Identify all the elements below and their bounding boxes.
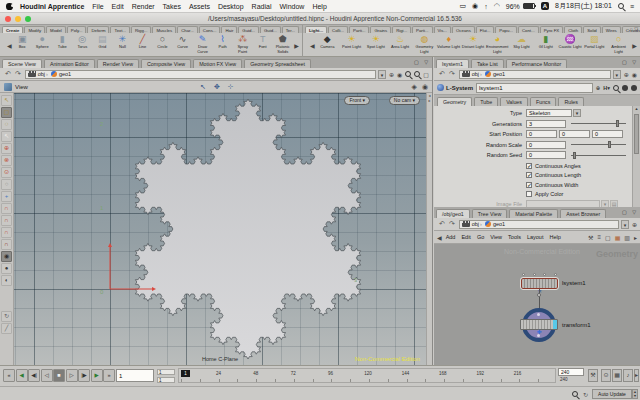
list-view-icon[interactable]: ≡ [597,234,601,240]
shelf-tool-box[interactable]: ▣Box [13,34,32,57]
shelf-tab-char[interactable]: Char... [177,26,198,33]
shelf-tab-solid[interactable]: Solid [583,26,601,33]
status-search-icon[interactable] [572,391,578,397]
shelf-tab-hair[interactable]: Hair [221,26,237,33]
menu-assets[interactable]: Assets [189,3,210,10]
shelf-tool-grid[interactable]: ▤Grid [93,34,112,57]
node-name-field[interactable]: lsystem1 [476,83,593,93]
shelf-tab-muscles[interactable]: Muscles [152,26,176,33]
param-slider-random-seed[interactable] [571,155,626,156]
snap-multi-icon[interactable]: ⊗ [1,155,12,166]
shelf-tab-colli[interactable]: Colli... [328,26,348,33]
path-node[interactable]: geo1 [493,71,505,77]
shelf-scroll-right-icon[interactable]: ▶ [632,42,637,49]
wifi-icon[interactable]: ◠ [494,2,500,10]
slider-handle[interactable] [573,152,576,159]
new-tab-icon[interactable]: ▢ [605,234,611,241]
shelf-tool-curve[interactable]: ∿Curve [173,34,192,57]
display-options-icon[interactable]: ◉ [422,83,428,91]
magnet-4-icon[interactable]: ∩ [1,239,12,250]
shelf-tab-cloth[interactable]: Cloth [564,26,582,33]
pin-icon[interactable]: ⊕ [632,221,637,228]
pane-tab-animation-editor[interactable]: Animation Editor [44,59,95,68]
menu-file[interactable]: File [92,3,103,10]
shelf-tab-vis[interactable]: Vis... [434,26,451,33]
forward-icon[interactable]: ↷ [449,70,455,78]
menu-edit[interactable]: Edit [112,3,124,10]
shelf-tab-parti[interactable]: Parti... [349,26,369,33]
upload-icon[interactable]: ↑ [484,3,488,10]
network-menu-tools[interactable]: Tools [508,234,521,240]
checkbox-continuous-length[interactable]: ✓ [526,172,532,178]
menu-desktop[interactable]: Desktop [218,3,244,10]
snap-grid-icon[interactable]: ⊙ [1,167,12,178]
link-icon[interactable]: ◉ [397,71,402,78]
shelf-tool-distant-light[interactable]: ☀Distant Light [461,34,484,57]
shelf-tab-rigi[interactable]: Rigi... [392,26,411,33]
network-menu-help[interactable]: Help [549,234,560,240]
shade-sphere-1-icon[interactable]: ● [1,263,12,274]
path-dropdown-icon[interactable]: ▾ [613,70,621,79]
viewport[interactable]: Front ▾ No cam ▾ 2103 Home C-Plane Non-C… [14,93,426,365]
back-icon[interactable]: ↶ [439,220,445,228]
move-mode-icon[interactable]: ✥ [214,83,220,91]
param-input-random-seed[interactable]: 0 [526,151,566,159]
shelf-scroll-left-icon[interactable]: ◀ [7,42,12,49]
pin-icon[interactable]: ⊕ [389,71,394,78]
menubar-clock[interactable]: 8月18日(土) 18:01 [555,1,612,11]
more-icon[interactable]: ▸ [634,234,637,241]
lsystem-input-connectors[interactable] [522,273,557,276]
pane-tab-scene-view[interactable]: Scene View [2,59,42,68]
misc-tool-2-icon[interactable]: ╱ [1,323,12,334]
pane-corner-icons[interactable]: ▢ ▽ [622,59,638,65]
shelf-tool-torus[interactable]: ◎Torus [73,34,92,57]
shelf-tab-cont[interactable]: Cont... [518,26,539,33]
path-node[interactable]: geo1 [59,71,71,77]
update-mode-spinner[interactable]: ▲▼ [632,389,638,399]
apple-menu-icon[interactable] [6,3,13,10]
pane-corner-icons[interactable]: ▢ ▽ [414,59,430,65]
control-center-icon[interactable]: ≡ [630,3,634,10]
shelf-tab-guid[interactable]: Guid... [238,26,259,33]
pane-maximize-icon[interactable]: ▢ [423,71,429,78]
path-node[interactable]: geo1 [493,221,505,227]
shelf-tool-null[interactable]: ✳Null [113,34,132,57]
shelf-tool-font[interactable]: TFont [253,34,272,57]
path-dropdown-icon[interactable]: ▾ [378,70,386,79]
jump-start-button[interactable]: « [3,369,15,382]
param-input-start-position-0[interactable]: 0 [526,130,557,138]
shelf-tool-camera[interactable]: ◆Camera [316,34,339,57]
misc-tool-1-icon[interactable]: ↻ [1,311,12,322]
link-icon[interactable]: ◉ [632,71,637,78]
path-root[interactable]: obj [38,71,45,77]
shelf-tool-environment-light[interactable]: ◕Environment Light [486,34,509,57]
shelf-tool-ambient-light[interactable]: ○Ambient Light [607,34,630,57]
scene-path-field[interactable]: obj › geo1 [25,70,376,79]
camera-status-icon[interactable]: ◉ [472,2,478,10]
param-search-icon[interactable]: ⊕ [596,85,601,91]
shelf-tab-wires[interactable]: Wires [602,26,621,33]
shelf-tool-area-light[interactable]: ♨Area Light [388,34,411,57]
menu-render[interactable]: Render [132,3,155,10]
input-source-icon[interactable]: A [541,2,549,10]
shelf-tool-spot-light[interactable]: ☀Spot Light [364,34,387,57]
network-path-field[interactable]: obj › geo1 [459,220,619,229]
param-input-start-position-1[interactable]: 0 [559,130,590,138]
pane-tab-material-palette[interactable]: Material Palette [509,209,558,218]
help-icon[interactable] [622,85,628,91]
network-canvas[interactable]: Non-Commercial Edition Geometry ✳ lsyste… [434,244,640,365]
shelf-tool-point-light[interactable]: ☀Point Light [340,34,363,57]
shelf-tool-volume-light[interactable]: ♦Volume Light [437,34,460,57]
playhead[interactable]: 1 [181,370,190,377]
pin-icon[interactable]: ⊕ [624,71,629,78]
close-window-button[interactable] [5,16,11,22]
checkbox-continuous-angles[interactable]: ✓ [526,163,532,169]
path-root[interactable]: obj [472,71,479,77]
camera-select-pill[interactable]: No cam ▾ [389,96,420,105]
stop-button[interactable]: ■ [53,369,65,382]
range-start-field[interactable]: 1 [157,369,175,375]
pane-tab-asset-browser[interactable]: Asset Browser [560,209,606,218]
viewport-stowbar[interactable]: ◂▸ [426,93,432,365]
shelf-tab-flui[interactable]: Flui... [476,26,495,33]
wrench-icon[interactable]: ⚒ [588,234,593,241]
